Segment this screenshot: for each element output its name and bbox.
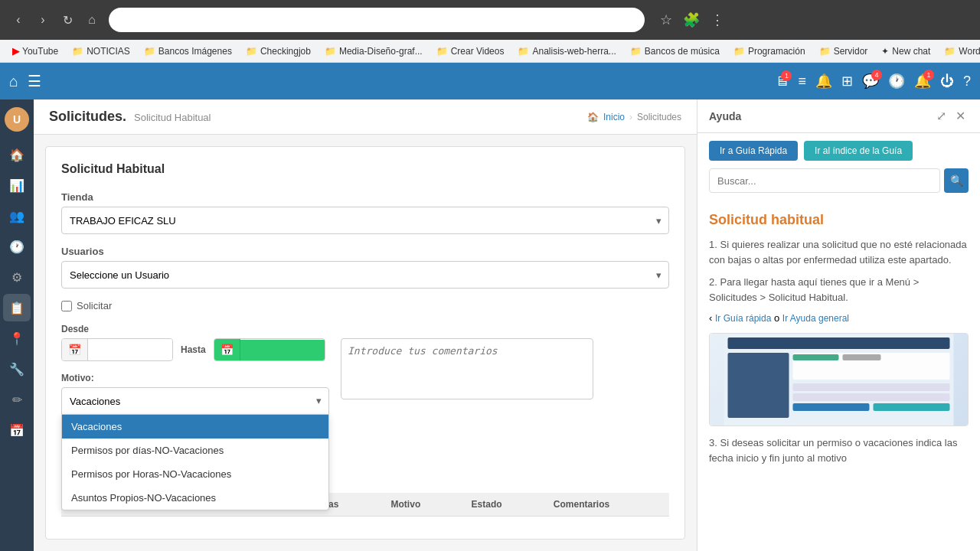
- url-input[interactable]: app3.trabajoeficaz.es/checkingjob/privad…: [118, 15, 635, 26]
- power-icon[interactable]: ⏻: [940, 73, 954, 90]
- tienda-label: Tienda: [61, 191, 669, 203]
- tienda-select[interactable]: TRABAJO EFICAZ SLU: [61, 207, 669, 234]
- hasta-label: Hasta: [181, 344, 206, 355]
- app-menu-icon[interactable]: ☰: [28, 72, 41, 90]
- bookmark-crear-videos[interactable]: 📁 Crear Videos: [430, 44, 511, 58]
- help-list-2: Si deseas solicitar un permiso o vacacio…: [709, 435, 969, 465]
- motivo-select[interactable]: Vacaciones Permisos por días-NO-Vacacion…: [61, 387, 329, 415]
- folder-icon-4: 📁: [325, 46, 336, 57]
- more-options-icon[interactable]: ⋮: [707, 8, 727, 31]
- dates-section: Desde 📅 21-10-2024 Hasta 📅: [61, 323, 329, 426]
- address-bar[interactable]: app3.trabajoeficaz.es/checkingjob/privad…: [109, 8, 645, 32]
- folder-icon-2: 📁: [144, 46, 155, 57]
- svg-rect-2: [728, 353, 789, 418]
- folder-icon: 📁: [72, 46, 83, 57]
- breadcrumb-current: Solicitudes: [637, 112, 681, 122]
- refresh-button[interactable]: ↻: [57, 9, 78, 31]
- help-links: ‹ Ir Guía rápida o Ir Ayuda general: [709, 312, 969, 324]
- dropdown-option-permisos-dias[interactable]: Permisos por días-NO-Vacaciones: [62, 439, 328, 462]
- forward-button[interactable]: ›: [32, 9, 54, 31]
- desde-calendar-icon: 📅: [62, 339, 88, 360]
- dropdown-option-vacaciones[interactable]: Vacaciones: [62, 415, 328, 439]
- desde-group: Desde 📅 21-10-2024: [61, 324, 173, 361]
- solicitar-checkbox[interactable]: [61, 301, 72, 311]
- monitor-icon[interactable]: 🖥 1: [775, 73, 789, 90]
- sidebar-item-requests[interactable]: 📋: [3, 294, 31, 321]
- usuarios-select[interactable]: Seleccione un Usuario: [61, 261, 669, 289]
- hasta-calendar-icon: 📅: [214, 339, 240, 360]
- desde-label: Desde: [61, 324, 173, 334]
- bookmark-bancos-musica[interactable]: 📁 Bancos de música: [624, 44, 726, 58]
- bookmarks-bar: ▶ YouTube 📁 NOTICIAS 📁 Bancos Imágenes 📁…: [0, 40, 980, 63]
- alert-icon[interactable]: 🔔: [815, 73, 832, 90]
- guide-quick-button[interactable]: Ir a Guía Rápida: [709, 141, 798, 161]
- date-row: Desde 📅 21-10-2024 Hasta 📅: [61, 323, 329, 361]
- hasta-input-wrapper: 📅 21-10-2024: [214, 338, 325, 361]
- bookmark-wordpress[interactable]: 📁 Wordpress: [938, 44, 980, 58]
- bookmark-servidor[interactable]: 📁 Servidor: [813, 44, 874, 58]
- desde-input[interactable]: 21-10-2024: [88, 339, 172, 360]
- bookmark-bancos-img[interactable]: 📁 Bancos Imágenes: [138, 44, 238, 58]
- breadcrumb: 🏠 Inicio › Solicitudes: [587, 112, 681, 122]
- comments-textarea[interactable]: [341, 338, 593, 399]
- dropdown-option-asuntos[interactable]: Asuntos Propios-NO-Vacaciones: [62, 486, 328, 510]
- app-home-icon[interactable]: ⌂: [9, 73, 18, 90]
- card-title: Solicitud Habitual: [61, 162, 669, 176]
- clock-icon[interactable]: 🕐: [888, 73, 905, 90]
- help-search-input[interactable]: [709, 168, 940, 193]
- col-estado: Estado: [462, 493, 544, 517]
- hasta-input-group: 📅 21-10-2024: [214, 338, 325, 361]
- notifications-icon[interactable]: 🔔 1: [914, 73, 931, 90]
- home-button[interactable]: ⌂: [81, 9, 103, 31]
- sidebar-item-location[interactable]: 📍: [3, 324, 31, 352]
- sidebar-item-clock[interactable]: 🕐: [3, 233, 31, 260]
- panel-expand-button[interactable]: ⤢: [933, 107, 949, 125]
- motivo-row: Motivo: Vacaciones Permisos por días-NO-…: [61, 373, 329, 415]
- sidebar-item-chart[interactable]: 📊: [3, 171, 31, 199]
- breadcrumb-separator: ›: [629, 112, 632, 122]
- back-button[interactable]: ‹: [8, 9, 29, 31]
- messages-icon[interactable]: 💬 4: [862, 73, 879, 90]
- sidebar-item-users[interactable]: 👥: [3, 202, 31, 230]
- main-content: Solicitudes. Solicitud Habitual 🏠 Inicio…: [34, 99, 697, 551]
- help-search-button[interactable]: 🔍: [944, 168, 969, 193]
- panel-title: Ayuda: [709, 110, 741, 122]
- sidebar-item-edit[interactable]: ✏: [3, 386, 31, 413]
- solicitar-row: Solicitar: [61, 300, 669, 311]
- sidebar-item-settings[interactable]: ⚙: [3, 263, 31, 291]
- bookmark-star-icon[interactable]: ☆: [657, 8, 675, 31]
- hasta-input[interactable]: 21-10-2024: [240, 340, 325, 360]
- sidebar-item-calendar[interactable]: 📅: [3, 416, 31, 444]
- guide-index-button[interactable]: Ir al índice de la Guía: [804, 141, 913, 161]
- grid-icon[interactable]: ⊞: [841, 73, 853, 90]
- sidebar-item-tools[interactable]: 🔧: [3, 355, 31, 383]
- bookmark-media-label: Media-Diseño-graf...: [339, 46, 423, 57]
- usuarios-label: Usuarios: [61, 246, 669, 257]
- svg-rect-1: [728, 337, 950, 349]
- bookmark-youtube[interactable]: ▶ YouTube: [6, 44, 64, 58]
- link-guia-rapida[interactable]: Ir Guía rápida: [715, 313, 771, 324]
- bookmark-new-chat[interactable]: ✦ New chat: [875, 44, 936, 58]
- bookmark-analisis-label: Analisis-web-herra...: [532, 46, 616, 57]
- bookmark-checkingjob[interactable]: 📁 Checkingjob: [240, 44, 317, 58]
- link-ayuda-general[interactable]: Ir Ayuda general: [782, 313, 849, 324]
- panel-close-button[interactable]: ✕: [952, 107, 969, 125]
- help-icon[interactable]: ?: [963, 73, 971, 90]
- bookmark-programacion[interactable]: 📁 Programación: [727, 44, 812, 58]
- bookmark-checkingjob-label: Checkingjob: [260, 46, 311, 57]
- list-icon[interactable]: ≡: [798, 73, 806, 90]
- help-list: Si quieres realizar una solicitud que no…: [709, 237, 969, 305]
- avatar[interactable]: U: [5, 107, 29, 132]
- bookmark-analisis[interactable]: 📁 Analisis-web-herra...: [511, 44, 622, 58]
- dropdown-option-permisos-horas[interactable]: Permisos por Horas-NO-Vacaciones: [62, 462, 328, 486]
- sidebar-item-home[interactable]: 🏠: [3, 141, 31, 168]
- bookmark-media[interactable]: 📁 Media-Diseño-graf...: [318, 44, 429, 58]
- folder-icon-6: 📁: [518, 46, 529, 57]
- help-item-2: Para llegar hasta aquí tienes que ir a M…: [709, 275, 969, 305]
- bookmark-noticias[interactable]: 📁 NOTICIAS: [66, 44, 136, 58]
- extensions-icon[interactable]: 🧩: [680, 8, 703, 31]
- breadcrumb-home-link[interactable]: Inicio: [603, 112, 625, 122]
- page-title: Solicitudes.: [49, 109, 126, 125]
- breadcrumb-home-icon: 🏠: [587, 112, 599, 122]
- panel-actions: ⤢ ✕: [933, 107, 969, 125]
